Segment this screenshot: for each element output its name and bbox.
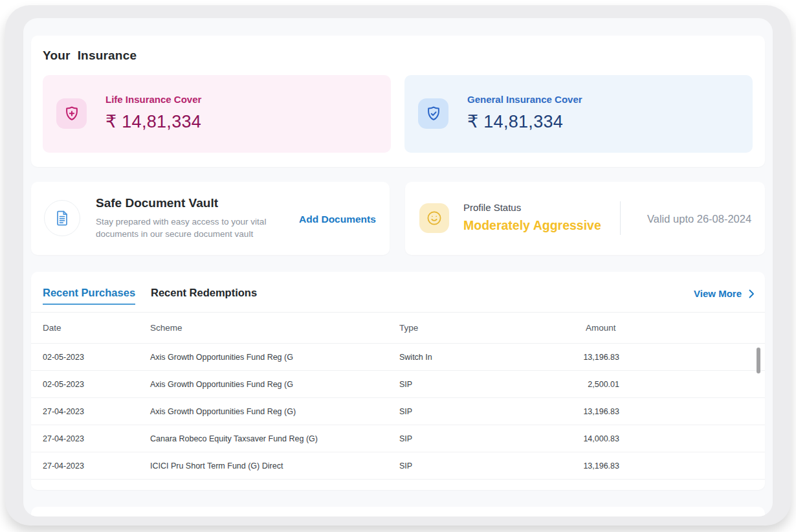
vault-description: Stay prepared with easy access to your v…	[96, 216, 269, 240]
chevron-right-icon	[749, 289, 755, 298]
cell-scheme: ICICI Pru Short Term Fund (G) Direct	[150, 461, 283, 471]
cell-amount: 13,196.83	[542, 353, 619, 362]
general-insurance-label: General Insurance Cover	[467, 94, 582, 105]
cell-amount: 14,000.83	[542, 434, 619, 443]
vertical-divider	[620, 201, 621, 235]
cell-type: SIP	[399, 434, 412, 443]
tab-recent-purchases[interactable]: Recent Purchases	[43, 287, 135, 305]
cell-scheme: Axis Growth Opportunities Fund Reg (G	[150, 380, 293, 389]
table-row[interactable]: 27-04-2023 ICICI Pru Short Term Fund (G)…	[31, 452, 765, 480]
cell-date: 27-04-2023	[43, 407, 84, 416]
profile-status-card: Profile Status Moderately Aggressive Val…	[405, 182, 765, 255]
cell-amount: 13,196.83	[542, 407, 619, 416]
vault-title: Safe Document Vault	[96, 196, 218, 210]
life-insurance-value: ₹ 14,81,334	[105, 111, 201, 132]
shield-plus-icon	[56, 98, 87, 129]
column-header-type: Type	[399, 323, 418, 333]
cell-date: 02-05-2023	[43, 380, 84, 389]
cell-scheme: Axis Growth Opportunities Fund Reg (G)	[150, 407, 296, 416]
dashboard-page: Your Insurance Life Insurance Cover ₹ 14…	[0, 0, 796, 532]
cell-type: Switch In	[399, 353, 432, 362]
profile-validity: Valid upto 26-08-2024	[647, 213, 751, 225]
content-panel: Your Insurance Life Insurance Cover ₹ 14…	[23, 18, 773, 516]
table-row[interactable]: 27-04-2023 Canara Robeco Equity Taxsaver…	[31, 425, 765, 452]
table-header-row: Date Scheme Type Amount	[31, 313, 765, 344]
column-header-scheme: Scheme	[150, 323, 182, 333]
cell-amount: 13,196.83	[542, 461, 619, 471]
cell-scheme: Canara Robeco Equity Taxsaver Fund Reg (…	[150, 434, 318, 443]
life-insurance-label: Life Insurance Cover	[105, 94, 201, 105]
cell-amount: 2,500.01	[542, 380, 619, 389]
activity-tabs: Recent Purchases Recent Redemptions View…	[31, 272, 765, 313]
view-more-label: View More	[694, 288, 742, 299]
life-insurance-card[interactable]: Life Insurance Cover ₹ 14,81,334	[43, 75, 391, 153]
cell-date: 27-04-2023	[43, 461, 84, 471]
column-header-amount: Amount	[586, 323, 616, 333]
recent-activity-card: Recent Purchases Recent Redemptions View…	[31, 272, 765, 490]
table-row[interactable]: 02-05-2023 Axis Growth Opportunities Fun…	[31, 371, 765, 398]
general-insurance-card[interactable]: General Insurance Cover ₹ 14,81,334	[404, 75, 753, 153]
table-scrollbar[interactable]	[757, 348, 760, 373]
cell-type: SIP	[399, 461, 412, 471]
add-documents-button[interactable]: Add Documents	[299, 214, 376, 225]
shield-check-icon	[418, 98, 448, 129]
cell-date: 02-05-2023	[43, 353, 84, 362]
column-header-date: Date	[43, 323, 61, 333]
document-icon	[44, 200, 80, 236]
smiley-icon	[419, 203, 449, 233]
cell-date: 27-04-2023	[43, 434, 84, 443]
document-vault-card: Safe Document Vault Stay prepared with e…	[31, 182, 390, 255]
insurance-section: Your Insurance Life Insurance Cover ₹ 14…	[31, 36, 765, 167]
tab-recent-redemptions[interactable]: Recent Redemptions	[151, 287, 257, 299]
risk-profile-value: Moderately Aggressive	[463, 218, 601, 233]
cell-type: SIP	[399, 407, 412, 416]
cell-type: SIP	[399, 380, 412, 389]
profile-status-label: Profile Status	[463, 202, 521, 213]
next-section-card-partial	[31, 507, 765, 516]
insurance-section-title: Your Insurance	[43, 49, 137, 63]
cell-scheme: Axis Growth Opportunities Fund Reg (G	[150, 353, 293, 362]
app-frame: Your Insurance Life Insurance Cover ₹ 14…	[5, 5, 791, 526]
view-more-link[interactable]: View More	[694, 288, 755, 299]
general-insurance-value: ₹ 14,81,334	[467, 111, 563, 132]
table-row[interactable]: 27-04-2023 Axis Growth Opportunities Fun…	[31, 398, 765, 425]
table-row[interactable]: 02-05-2023 Axis Growth Opportunities Fun…	[31, 344, 765, 371]
